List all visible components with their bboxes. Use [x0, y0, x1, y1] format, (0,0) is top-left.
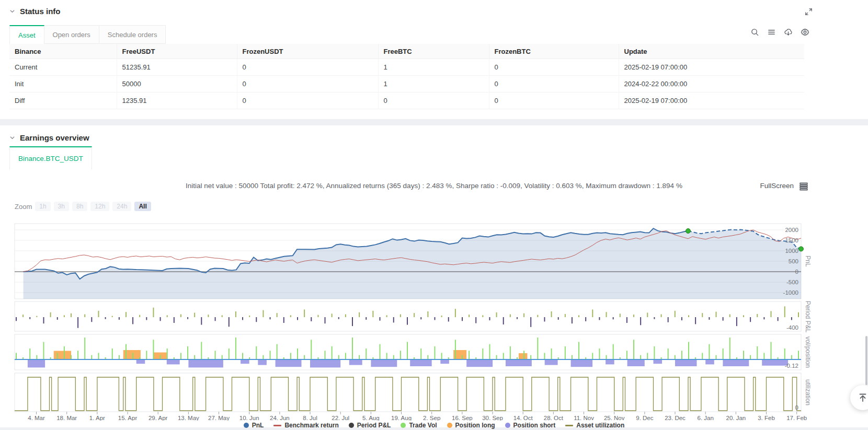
svg-text:25. Nov: 25. Nov [604, 415, 625, 421]
tab-binance-btc-usdt[interactable]: Binance.BTC_USDT [9, 146, 92, 170]
tab-asset[interactable]: Asset [9, 25, 44, 44]
page-scrollbar-thumb[interactable] [865, 336, 867, 385]
zoom-label: Zoom [15, 203, 32, 211]
legend-dot-swatch [244, 423, 249, 428]
earnings-stats-line: Initial net value : 50000 Total profit: … [0, 182, 868, 190]
chart-fullscreen-button[interactable]: FullScreen [760, 182, 794, 190]
cell: 2025-02-19 07:00:00 [619, 92, 804, 109]
tab-open-orders-label: Open orders [53, 31, 90, 39]
chart-legend: PnLBenchmark returnPeriod P&LTrade VolPo… [0, 422, 868, 429]
chart-menu-icon[interactable] [799, 181, 808, 191]
svg-text:27. May: 27. May [208, 415, 230, 421]
legend-line-swatch [273, 425, 281, 426]
svg-text:17. Feb: 17. Feb [786, 415, 807, 421]
svg-text:19. Aug: 19. Aug [391, 415, 412, 421]
tab-open-orders[interactable]: Open orders [44, 25, 99, 44]
svg-text:15. Apr: 15. Apr [118, 415, 138, 421]
svg-text:4. Mar: 4. Mar [28, 415, 45, 421]
current-link[interactable]: Current [9, 59, 117, 76]
legend-dot-swatch [447, 423, 452, 428]
axis-title-period-pnl: Period P&L [804, 300, 812, 332]
svg-text:0: 0 [795, 269, 798, 275]
cell: 0 [237, 92, 378, 109]
tab-binance-btc-usdt-label: Binance.BTC_USDT [18, 155, 83, 162]
legend-dot-swatch [505, 423, 510, 428]
fullscreen-expand-icon[interactable] [804, 7, 813, 16]
svg-text:8. Jul: 8. Jul [303, 415, 317, 421]
gear-settings-icon[interactable] [801, 28, 809, 37]
table-row-init: Init 50000 0 1 0 2024-02-22 00:00:00 [9, 76, 804, 92]
zoom-8h-button[interactable]: 8h [72, 202, 87, 211]
svg-text:0: 0 [795, 404, 798, 411]
cell: 0 [489, 76, 619, 92]
cell: 51235.91 [117, 59, 237, 76]
svg-text:28. Oct: 28. Oct [544, 415, 564, 421]
cell: 1 [378, 76, 489, 92]
axis-title-pnl: PnL [804, 255, 812, 266]
asset-table: Binance FreeUSDT FrozenUSDT FreeBTC Froz… [9, 44, 804, 109]
svg-text:13. May: 13. May [178, 415, 199, 421]
col-frozenusdt: FrozenUSDT [237, 44, 378, 59]
status-section-title: Status info [20, 7, 61, 16]
legend-item-period-p-l[interactable]: Period P&L [349, 422, 391, 429]
cell: 0 [237, 76, 378, 92]
axis-title-utilization: utilization [804, 379, 812, 405]
status-tabs: Asset Open orders Schedule orders [9, 25, 166, 44]
tab-asset-label: Asset [18, 31, 36, 39]
cell: 50000 [117, 76, 237, 92]
zoom-all-button[interactable]: All [134, 202, 151, 211]
legend-line-swatch [565, 425, 573, 426]
legend-item-position-long[interactable]: Position long [447, 422, 495, 429]
tab-schedule-orders-label: Schedule orders [108, 31, 157, 39]
legend-label: Trade Vol [409, 422, 437, 429]
collapse-chevron-icon[interactable] [9, 135, 15, 141]
cell: 1235.91 [117, 92, 237, 109]
svg-text:30. Sep: 30. Sep [482, 415, 503, 421]
zoom-12h-button[interactable]: 12h [90, 202, 109, 211]
density-menu-icon[interactable] [767, 28, 776, 37]
chart-canvas[interactable]: 2000150010005000-500-1000-400-0.1204. Ma… [0, 216, 868, 421]
legend-item-benchmark-return[interactable]: Benchmark return [273, 422, 338, 429]
zoom-3h-button[interactable]: 3h [54, 202, 69, 211]
svg-text:1500: 1500 [785, 237, 798, 243]
svg-text:16. Sep: 16. Sep [452, 415, 473, 421]
svg-text:-400: -400 [786, 324, 798, 331]
legend-item-position-short[interactable]: Position short [505, 422, 556, 429]
table-row-current: Current 51235.91 0 1 0 2025-02-19 07:00:… [9, 59, 804, 76]
legend-item-pnl[interactable]: PnL [244, 422, 264, 429]
scroll-to-top-icon [858, 392, 868, 403]
svg-text:2000: 2000 [785, 227, 798, 233]
svg-text:500: 500 [789, 258, 798, 264]
legend-item-asset-utilization[interactable]: Asset utilization [565, 422, 624, 429]
svg-text:14. Oct: 14. Oct [513, 415, 533, 421]
cell: 2025-02-19 07:00:00 [619, 59, 804, 76]
cell: 0 [489, 92, 619, 109]
svg-text:10. Jun: 10. Jun [239, 415, 259, 421]
zoom-controls: Zoom 1h 3h 8h 12h 24h All [15, 202, 151, 211]
legend-dot-swatch [349, 423, 354, 428]
svg-text:1000: 1000 [785, 248, 798, 254]
tab-schedule-orders[interactable]: Schedule orders [99, 25, 166, 44]
legend-label: Period P&L [357, 422, 391, 429]
svg-text:24. Jun: 24. Jun [270, 415, 290, 421]
svg-text:22. Jul: 22. Jul [332, 415, 349, 421]
legend-label: PnL [252, 422, 264, 429]
collapse-chevron-icon[interactable] [9, 8, 15, 14]
zoom-24h-button[interactable]: 24h [112, 202, 131, 211]
cloud-download-icon[interactable] [784, 28, 793, 37]
table-toolbar [750, 28, 809, 37]
zoom-1h-button[interactable]: 1h [35, 202, 50, 211]
search-icon[interactable] [750, 28, 759, 37]
col-binance: Binance [9, 44, 117, 59]
legend-label: Asset utilization [576, 422, 624, 429]
legend-label: Position long [455, 422, 495, 429]
earnings-chart[interactable]: 2000150010005000-500-1000-400-0.1204. Ma… [0, 216, 868, 430]
earnings-section-title: Earnings overview [20, 133, 89, 142]
axis-title-vol-position: vol/position [804, 336, 812, 368]
cell: 1 [378, 59, 489, 76]
legend-label: Position short [513, 422, 556, 429]
legend-item-trade-vol[interactable]: Trade Vol [401, 422, 437, 429]
cell: 0 [237, 59, 378, 76]
svg-text:11. Nov: 11. Nov [574, 415, 594, 421]
legend-label: Benchmark return [284, 422, 338, 429]
